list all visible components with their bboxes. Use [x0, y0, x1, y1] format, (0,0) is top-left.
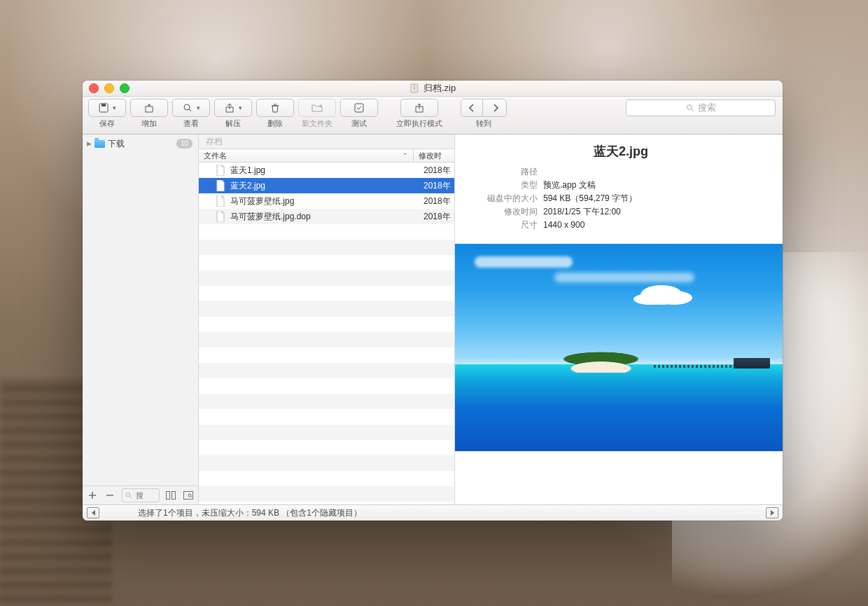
extract-icon — [224, 102, 235, 113]
svg-rect-8 — [166, 492, 169, 500]
svg-point-4 — [184, 104, 190, 110]
chevron-down-icon: ▾ — [197, 104, 200, 111]
test-button[interactable]: 测试 — [340, 99, 378, 129]
count-badge: 10 — [176, 139, 192, 149]
app-window: 归档.zip ▾ 保存 增加 ▾ — [83, 81, 783, 521]
triangle-left-icon — [92, 510, 95, 516]
extract-button[interactable]: ▾ 解压 — [214, 99, 252, 129]
add-favorite-button[interactable] — [87, 489, 99, 502]
svg-rect-1 — [414, 84, 415, 90]
search-placeholder: 搜索 — [698, 102, 716, 114]
file-name: 蓝天2.jpg — [230, 180, 419, 192]
preview-area — [455, 239, 783, 504]
disclosure-triangle-icon[interactable]: ▶ — [87, 140, 92, 147]
chevron-left-icon — [468, 104, 475, 112]
file-icon — [216, 195, 225, 207]
file-name: 马可菠萝壁纸.jpg — [230, 195, 419, 207]
folder-icon — [94, 140, 105, 148]
titlebar[interactable]: 归档.zip — [83, 81, 783, 97]
save-button[interactable]: ▾ 保存 — [88, 99, 126, 129]
file-name: 蓝天1.jpg — [230, 165, 419, 177]
meta-label-type: 类型 — [470, 179, 538, 192]
new-folder-icon — [311, 102, 323, 113]
meta-label-size: 磁盘中的大小 — [470, 192, 538, 205]
triangle-right-icon — [771, 510, 774, 516]
new-folder-button[interactable]: 新文件夹 — [298, 99, 336, 129]
meta-label-modified: 修改时间 — [470, 205, 538, 219]
chevron-down-icon: ▾ — [113, 104, 116, 111]
search-icon — [686, 104, 694, 112]
file-row[interactable]: 马可菠萝壁纸.jpg2018年 — [199, 193, 454, 209]
file-date: 2018年 — [419, 180, 454, 192]
sidebar-search-field[interactable] — [122, 488, 160, 502]
run-mode-button[interactable]: 立即执行模式 — [396, 99, 442, 129]
save-icon — [98, 102, 109, 113]
status-text: 选择了1个项目，未压缩大小：594 KB （包含1个隐藏项目） — [138, 507, 362, 519]
status-right-button[interactable] — [766, 507, 778, 518]
sort-indicator-icon: ⌃ — [402, 152, 408, 159]
preview-image — [455, 244, 783, 451]
svg-rect-5 — [355, 104, 363, 112]
view-mode-a-button[interactable] — [165, 489, 177, 502]
file-icon — [216, 180, 225, 191]
toolbar: ▾ 保存 增加 ▾ 查看 ▾ — [83, 97, 783, 135]
meta-value-dims: 1440 x 900 — [543, 219, 584, 232]
column-header-modified[interactable]: 修改时 — [414, 149, 454, 162]
sidebar-footer — [83, 486, 198, 504]
sidebar: ▶ 下载 10 — [83, 135, 199, 504]
sidebar-item-label: 下载 — [108, 138, 125, 150]
file-list-pane: 存档 文件名 ⌃ 修改时 蓝天1.jpg2018年蓝天2.jpg2018年马可菠… — [199, 135, 455, 504]
detail-title: 蓝天2.jpg — [466, 143, 776, 160]
nav-back-button[interactable] — [461, 99, 483, 116]
preview-icon — [183, 491, 193, 500]
window-close-button[interactable] — [89, 83, 99, 93]
file-row[interactable]: 蓝天1.jpg2018年 — [199, 163, 454, 178]
meta-value-modified: 2018/1/25 下午12:00 — [543, 205, 621, 219]
add-button[interactable]: 增加 — [130, 99, 168, 129]
add-icon — [144, 102, 155, 113]
status-bar: 选择了1个项目，未压缩大小：594 KB （包含1个隐藏项目） — [83, 504, 783, 521]
file-date: 2018年 — [419, 165, 454, 177]
view-icon — [182, 102, 193, 113]
file-name: 马可菠萝壁纸.jpg.dop — [230, 211, 419, 223]
minus-icon — [106, 491, 114, 500]
view-mode-b-button[interactable] — [182, 489, 194, 502]
svg-point-7 — [126, 493, 130, 497]
plus-icon — [88, 491, 97, 500]
search-field[interactable]: 搜索 — [626, 99, 776, 116]
nav-forward-button[interactable] — [485, 99, 506, 116]
file-icon — [216, 165, 225, 176]
file-icon — [216, 211, 225, 222]
column-header-name[interactable]: 文件名 ⌃ — [199, 149, 414, 162]
sidebar-item-downloads[interactable]: ▶ 下载 10 — [83, 137, 198, 151]
columns-icon — [166, 491, 176, 500]
meta-value-type: 预览.app 文稿 — [543, 179, 596, 192]
meta-value-size: 594 KB（594,279 字节） — [543, 192, 637, 205]
file-list[interactable]: 蓝天1.jpg2018年蓝天2.jpg2018年马可菠萝壁纸.jpg2018年马… — [199, 163, 454, 504]
window-body: ▶ 下载 10 — [83, 135, 783, 504]
window-minimize-button[interactable] — [104, 83, 114, 93]
metadata: 路径 类型预览.app 文稿 磁盘中的大小594 KB（594,279 字节） … — [455, 163, 783, 239]
tab-archive[interactable]: 存档 — [199, 135, 454, 149]
file-date: 2018年 — [419, 195, 454, 207]
column-headers: 文件名 ⌃ 修改时 — [199, 149, 454, 163]
meta-label-dims: 尺寸 — [470, 219, 538, 232]
archive-icon — [410, 83, 419, 93]
svg-point-6 — [687, 105, 692, 110]
view-button[interactable]: ▾ 查看 — [172, 99, 210, 129]
file-row[interactable]: 马可菠萝壁纸.jpg.dop2018年 — [199, 209, 454, 224]
check-icon — [354, 102, 365, 113]
nav-group: 转到 — [461, 99, 507, 129]
chevron-down-icon: ▾ — [239, 104, 242, 111]
window-zoom-button[interactable] — [120, 83, 130, 93]
chevron-right-icon — [492, 104, 499, 112]
trash-icon — [270, 102, 281, 113]
delete-button[interactable]: 删除 — [256, 99, 294, 129]
sidebar-search-input[interactable] — [134, 490, 153, 500]
remove-favorite-button[interactable] — [104, 489, 116, 502]
file-row[interactable]: 蓝天2.jpg2018年 — [199, 178, 454, 193]
status-left-button[interactable] — [87, 507, 99, 518]
svg-rect-3 — [102, 104, 106, 106]
file-date: 2018年 — [419, 211, 454, 223]
svg-rect-9 — [172, 492, 175, 500]
